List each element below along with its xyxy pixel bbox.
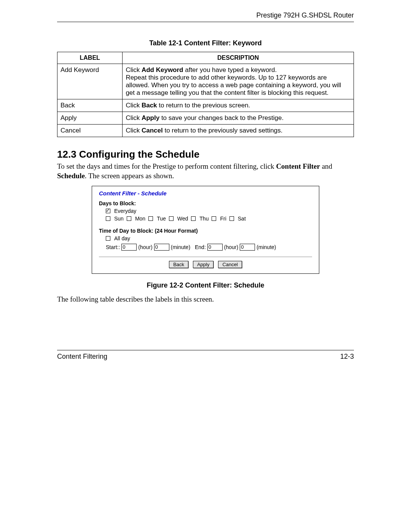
end-minute-input[interactable]: 0 [240, 244, 255, 251]
checkbox-allday[interactable] [106, 236, 110, 241]
page-footer: Content Filtering 12-3 [57, 350, 354, 361]
start-minute-input[interactable]: 0 [154, 244, 169, 251]
checkbox-everyday[interactable] [106, 209, 110, 213]
checkbox-thu[interactable] [191, 216, 196, 221]
day-fri: Fri [220, 216, 226, 222]
cell-label: Apply [57, 112, 123, 125]
cell-desc: Click Apply to save your changes back to… [123, 112, 354, 125]
day-tue: Tue [157, 216, 166, 222]
everyday-label: Everyday [114, 208, 136, 214]
day-sun: Sun [114, 216, 124, 222]
cell-desc: Click Back to return to the previous scr… [123, 99, 354, 112]
th-label: LABEL [57, 52, 123, 64]
following-text: The following table describes the labels… [57, 295, 354, 304]
day-thu: Thu [199, 216, 209, 222]
product-name: Prestige 792H G.SHDSL Router [256, 11, 354, 19]
hour-unit: (hour) [138, 244, 152, 250]
back-button[interactable]: Back [169, 261, 188, 268]
cell-label: Add Keyword [57, 64, 123, 99]
table-row: Add Keyword Click Add Keyword after you … [57, 64, 354, 99]
page-header: Prestige 792H G.SHDSL Router [57, 11, 354, 22]
table-row: Apply Click Apply to save your changes b… [57, 112, 354, 125]
footer-right: 12-3 [340, 353, 354, 361]
cell-desc: Click Cancel to return to the previously… [123, 125, 354, 137]
footer-left: Content Filtering [57, 353, 107, 361]
minute-unit: (minute) [256, 244, 276, 250]
end-hour-input[interactable]: 0 [207, 244, 223, 251]
checkbox-sat[interactable] [229, 216, 234, 221]
section-heading: 12.3 Configuring the Schedule [57, 149, 354, 160]
checkbox-tue[interactable] [148, 216, 153, 221]
checkbox-wed[interactable] [169, 216, 174, 221]
checkbox-fri[interactable] [212, 216, 216, 221]
start-hour-input[interactable]: 0 [121, 244, 137, 251]
day-mon: Mon [135, 216, 145, 222]
th-description: DESCRIPTION [123, 52, 354, 64]
allday-label: All day [114, 235, 130, 241]
panel-divider [99, 257, 312, 257]
cancel-button[interactable]: Cancel [218, 261, 242, 268]
cell-label: Back [57, 99, 123, 112]
cell-label: Cancel [57, 125, 123, 137]
panel-title: Content Filter - Schedule [99, 190, 312, 197]
time-of-day-label: Time of Day to Block: (24 Hour Format) [99, 228, 312, 234]
table-row: Back Click Back to return to the previou… [57, 99, 354, 112]
schedule-panel: Content Filter - Schedule Days to Block:… [92, 186, 319, 274]
table-row: Cancel Click Cancel to return to the pre… [57, 125, 354, 137]
day-wed: Wed [177, 216, 188, 222]
end-label: End: [195, 244, 206, 250]
apply-button[interactable]: Apply [193, 261, 214, 268]
day-sat: Sat [238, 216, 246, 222]
hour-unit: (hour) [224, 244, 238, 250]
checkbox-mon[interactable] [127, 216, 131, 221]
section-intro: To set the days and times for the Presti… [57, 162, 354, 181]
checkbox-sun[interactable] [106, 216, 110, 221]
minute-unit: (minute) [171, 244, 190, 250]
table-caption: Table 12-1 Content Filter: Keyword [57, 39, 354, 47]
start-label: Start:: [106, 244, 120, 250]
cell-desc: Click Add Keyword after you have typed a… [123, 64, 354, 99]
figure-caption: Figure 12-2 Content Filter: Schedule [57, 281, 354, 289]
keyword-table: LABEL DESCRIPTION Add Keyword Click Add … [57, 52, 354, 137]
days-to-block-label: Days to Block: [99, 200, 312, 206]
